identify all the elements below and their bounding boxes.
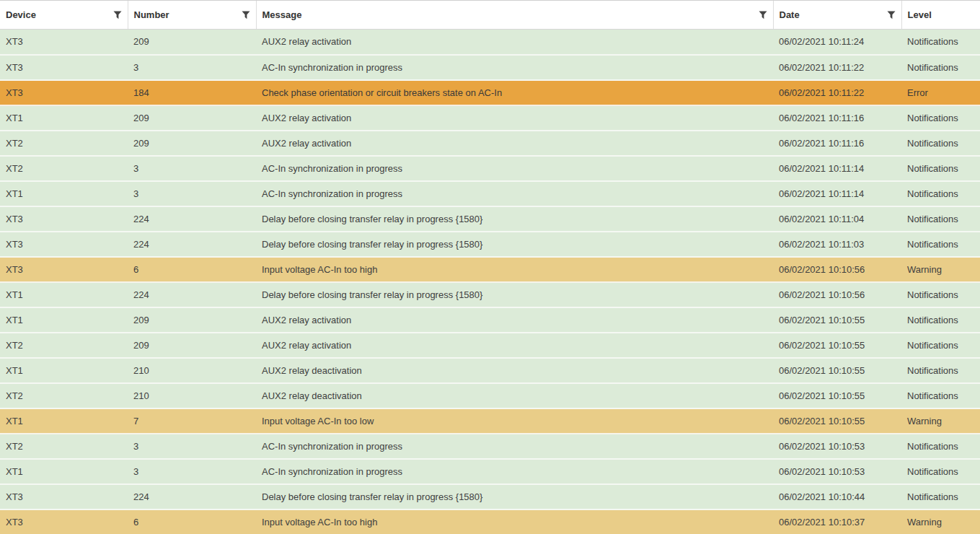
table-row[interactable]: XT2 209 AUX2 relay activation 06/02/2021… [0, 333, 980, 358]
cell-level: Notifications [901, 434, 980, 459]
table-row[interactable]: XT3 224 Delay before closing transfer re… [0, 206, 980, 232]
filter-icon[interactable] [759, 11, 767, 19]
cell-number: 209 [128, 307, 256, 333]
cell-date: 06/02/2021 10:11:24 [773, 30, 901, 55]
cell-date: 06/02/2021 10:10:53 [773, 459, 901, 484]
cell-number: 6 [128, 257, 256, 282]
cell-message: AUX2 relay activation [256, 307, 773, 333]
table-row[interactable]: XT1 3 AC-In synchronization in progress … [0, 181, 980, 206]
cell-date: 06/02/2021 10:10:55 [773, 307, 901, 333]
cell-date: 06/02/2021 10:10:56 [773, 257, 901, 282]
cell-number: 3 [128, 156, 256, 181]
cell-date: 06/02/2021 10:11:03 [773, 232, 901, 257]
cell-date: 06/02/2021 10:10:56 [773, 282, 901, 307]
cell-number: 210 [128, 358, 256, 383]
cell-device: XT3 [0, 55, 128, 80]
cell-message: AC-In synchronization in progress [256, 181, 773, 206]
cell-device: XT2 [0, 383, 128, 408]
cell-date: 06/02/2021 10:11:14 [773, 156, 901, 181]
cell-message: AUX2 relay activation [256, 105, 773, 131]
cell-message: AUX2 relay activation [256, 333, 773, 358]
cell-device: XT3 [0, 509, 128, 534]
column-header-number-label: Number [134, 9, 169, 20]
column-header-number[interactable]: Number [128, 1, 256, 30]
table-row[interactable]: XT1 3 AC-In synchronization in progress … [0, 459, 980, 484]
cell-date: 06/02/2021 10:10:53 [773, 434, 901, 459]
cell-number: 224 [128, 206, 256, 232]
cell-message: AC-In synchronization in progress [256, 434, 773, 459]
cell-level: Warning [901, 509, 980, 534]
cell-number: 209 [128, 105, 256, 131]
cell-device: XT1 [0, 408, 128, 434]
table-row[interactable]: XT3 224 Delay before closing transfer re… [0, 484, 980, 509]
table-row[interactable]: XT1 209 AUX2 relay activation 06/02/2021… [0, 105, 980, 131]
table-row[interactable]: XT3 224 Delay before closing transfer re… [0, 232, 980, 257]
cell-device: XT1 [0, 181, 128, 206]
event-log-table: Device Number Message Date [0, 0, 980, 534]
cell-device: XT1 [0, 358, 128, 383]
table-row[interactable]: XT3 6 Input voltage AC-In too high 06/02… [0, 509, 980, 534]
table-row[interactable]: XT1 7 Input voltage AC-In too low 06/02/… [0, 408, 980, 434]
table-header: Device Number Message Date [0, 1, 980, 30]
table-row[interactable]: XT1 209 AUX2 relay activation 06/02/2021… [0, 307, 980, 333]
table-row[interactable]: XT2 210 AUX2 relay deactivation 06/02/20… [0, 383, 980, 408]
cell-level: Notifications [901, 105, 980, 131]
cell-device: XT1 [0, 282, 128, 307]
cell-device: XT3 [0, 206, 128, 232]
table-row[interactable]: XT1 224 Delay before closing transfer re… [0, 282, 980, 307]
column-header-date-label: Date [780, 9, 800, 20]
table-body: XT3 209 AUX2 relay activation 06/02/2021… [0, 30, 980, 534]
cell-level: Notifications [901, 459, 980, 484]
cell-date: 06/02/2021 10:10:37 [773, 509, 901, 534]
cell-device: XT2 [0, 131, 128, 156]
cell-device: XT3 [0, 80, 128, 105]
cell-number: 209 [128, 131, 256, 156]
cell-number: 6 [128, 509, 256, 534]
cell-message: AUX2 relay deactivation [256, 358, 773, 383]
cell-device: XT2 [0, 434, 128, 459]
cell-level: Warning [901, 408, 980, 434]
column-header-message-label: Message [262, 9, 302, 20]
table-row[interactable]: XT2 3 AC-In synchronization in progress … [0, 434, 980, 459]
cell-number: 3 [128, 55, 256, 80]
cell-device: XT3 [0, 257, 128, 282]
cell-level: Notifications [901, 30, 980, 55]
table-row[interactable]: XT3 3 AC-In synchronization in progress … [0, 55, 980, 80]
filter-icon[interactable] [242, 11, 250, 19]
cell-number: 210 [128, 383, 256, 408]
table-row[interactable]: XT2 209 AUX2 relay activation 06/02/2021… [0, 131, 980, 156]
cell-message: Delay before closing transfer relay in p… [256, 206, 773, 232]
column-header-date[interactable]: Date [773, 1, 901, 30]
table-row[interactable]: XT3 184 Check phase orientation or circu… [0, 80, 980, 105]
column-header-device[interactable]: Device [0, 1, 128, 30]
cell-message: Input voltage AC-In too high [256, 509, 773, 534]
cell-date: 06/02/2021 10:10:55 [773, 358, 901, 383]
filter-icon[interactable] [113, 11, 122, 19]
cell-date: 06/02/2021 10:10:55 [773, 408, 901, 434]
cell-device: XT2 [0, 333, 128, 358]
cell-level: Notifications [901, 131, 980, 156]
table-row[interactable]: XT2 3 AC-In synchronization in progress … [0, 156, 980, 181]
cell-device: XT1 [0, 105, 128, 131]
filter-icon[interactable] [887, 11, 896, 19]
table-row[interactable]: XT3 6 Input voltage AC-In too high 06/02… [0, 257, 980, 282]
cell-message: AUX2 relay activation [256, 30, 773, 55]
cell-level: Error [901, 80, 980, 105]
cell-device: XT3 [0, 484, 128, 509]
cell-message: Input voltage AC-In too low [256, 408, 773, 434]
cell-device: XT1 [0, 459, 128, 484]
cell-level: Notifications [901, 307, 980, 333]
cell-number: 209 [128, 333, 256, 358]
cell-date: 06/02/2021 10:11:04 [773, 206, 901, 232]
column-header-level[interactable]: Level [901, 1, 980, 30]
column-header-message[interactable]: Message [256, 1, 773, 30]
cell-number: 224 [128, 232, 256, 257]
cell-level: Notifications [901, 358, 980, 383]
table-row[interactable]: XT3 209 AUX2 relay activation 06/02/2021… [0, 30, 980, 55]
cell-message: Input voltage AC-In too high [256, 257, 773, 282]
cell-level: Notifications [901, 383, 980, 408]
cell-date: 06/02/2021 10:11:22 [773, 55, 901, 80]
table-row[interactable]: XT1 210 AUX2 relay deactivation 06/02/20… [0, 358, 980, 383]
cell-number: 209 [128, 30, 256, 55]
cell-date: 06/02/2021 10:11:16 [773, 131, 901, 156]
